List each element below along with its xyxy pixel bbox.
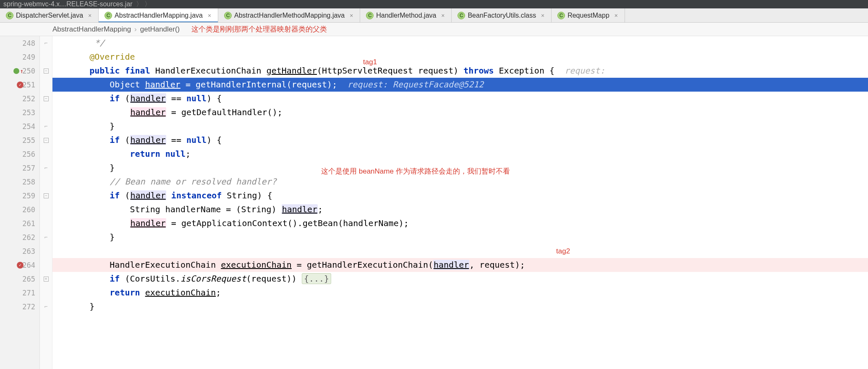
gutter-row[interactable]: 262 xyxy=(0,230,39,244)
project-breadcrumb: spring-webmvc-4.x…RELEASE-sources.jar 〉 … xyxy=(0,0,868,8)
code-line[interactable]: if (CorsUtils.isCorsRequest(request)) {.… xyxy=(52,272,868,286)
override-icon[interactable] xyxy=(13,68,19,74)
tab-label: AbstractHandlerMethodMapping.java xyxy=(234,12,345,19)
line-number: 262 xyxy=(21,233,35,242)
gutter-row[interactable]: 254 xyxy=(0,119,39,133)
line-gutter: 248249250↑251252253254255256257258259260… xyxy=(0,36,40,369)
jar-crumb[interactable]: spring-webmvc-4.x…RELEASE-sources.jar xyxy=(3,0,133,8)
gutter-row[interactable]: 265 xyxy=(0,272,39,286)
fold-minus-icon[interactable]: − xyxy=(44,96,49,101)
editor-tab[interactable]: CAbstractHandlerMethodMapping.java× xyxy=(218,8,360,22)
breadcrumb-class[interactable]: AbstractHandlerMapping xyxy=(52,25,131,34)
code-area[interactable]: tag1 这个是使用 beanName 作为请求路径会走的，我们暂时不看 tag… xyxy=(52,36,868,369)
breakpoint-icon[interactable] xyxy=(17,262,24,269)
code-line[interactable] xyxy=(52,244,868,258)
line-number: 255 xyxy=(21,136,35,145)
line-number: 259 xyxy=(21,192,35,200)
code-line[interactable]: } xyxy=(52,300,868,314)
code-line[interactable]: if (handler == null) { xyxy=(52,92,868,105)
line-number: 258 xyxy=(21,178,35,186)
fold-handle[interactable]: − xyxy=(40,64,52,78)
code-line[interactable]: } xyxy=(52,161,868,175)
fold-minus-icon[interactable]: − xyxy=(44,138,49,143)
gutter-row[interactable]: 251 xyxy=(0,78,39,92)
gutter-row[interactable]: 260 xyxy=(0,203,39,216)
gutter-row[interactable]: 250↑ xyxy=(0,64,39,78)
editor-tab[interactable]: CRequestMapp× xyxy=(552,8,625,22)
code-editor[interactable]: 248249250↑251252253254255256257258259260… xyxy=(0,36,868,369)
line-number: 252 xyxy=(21,95,35,103)
code-line[interactable]: if (handler == null) { xyxy=(52,133,868,147)
gutter-row[interactable]: 257 xyxy=(0,161,39,175)
gutter-row[interactable]: 271 xyxy=(0,286,39,300)
fold-handle[interactable]: − xyxy=(40,133,52,147)
close-icon[interactable]: × xyxy=(540,13,545,18)
fold-minus-icon[interactable]: − xyxy=(44,193,49,198)
editor-tab[interactable]: CDispatcherServlet.java× xyxy=(0,8,99,22)
editor-tabs: CDispatcherServlet.java×CAbstractHandler… xyxy=(0,8,868,23)
class-icon: C xyxy=(224,12,232,19)
gutter-row[interactable]: 256 xyxy=(0,147,39,161)
close-icon[interactable]: × xyxy=(614,13,619,18)
gutter-row[interactable]: 252 xyxy=(0,92,39,105)
code-line[interactable]: Object handler = getHandlerInternal(requ… xyxy=(52,78,868,92)
breadcrumb-method[interactable]: getHandler() xyxy=(140,25,180,34)
class-icon: C xyxy=(458,12,465,19)
gutter-row[interactable]: 249 xyxy=(0,50,39,64)
code-line[interactable]: handler = getApplicationContext().getBea… xyxy=(52,216,868,230)
code-line[interactable]: handler = getDefaultHandler(); xyxy=(52,105,868,119)
code-line[interactable]: if (handler instanceof String) { xyxy=(52,189,868,203)
fold-handle[interactable]: ⌐ xyxy=(40,230,52,244)
fold-handle[interactable]: ⌐ xyxy=(40,300,52,314)
class-icon: C xyxy=(105,12,112,19)
line-number: 253 xyxy=(21,108,35,117)
gutter-row[interactable]: 263 xyxy=(0,244,39,258)
breakpoint-icon[interactable] xyxy=(17,82,24,88)
code-line[interactable]: String handlerName = (String) handler; xyxy=(52,203,868,216)
gutter-row[interactable]: 258 xyxy=(0,175,39,189)
tab-label: HandlerMethod.java xyxy=(376,12,436,19)
fold-handle xyxy=(40,78,52,92)
close-icon[interactable]: × xyxy=(87,13,92,18)
editor-tab[interactable]: CHandlerMethod.java× xyxy=(360,8,452,22)
gutter-row[interactable]: 259 xyxy=(0,189,39,203)
gutter-row[interactable]: 264 xyxy=(0,258,39,272)
close-icon[interactable]: × xyxy=(207,13,212,18)
fold-handle xyxy=(40,244,52,258)
class-icon: C xyxy=(366,12,374,19)
structure-breadcrumb: AbstractHandlerMapping › getHandler() 这个… xyxy=(0,23,868,36)
fold-handle[interactable]: ⌐ xyxy=(40,36,52,50)
code-line[interactable]: return executionChain; xyxy=(52,286,868,300)
code-line[interactable]: } xyxy=(52,230,868,244)
code-line[interactable]: } xyxy=(52,119,868,133)
fold-handle xyxy=(40,286,52,300)
editor-tab[interactable]: CBeanFactoryUtils.class× xyxy=(452,8,552,22)
close-icon[interactable]: × xyxy=(349,13,354,18)
gutter-row[interactable]: 255 xyxy=(0,133,39,147)
code-line[interactable]: @Override xyxy=(52,50,868,64)
editor-tab[interactable]: CAbstractHandlerMapping.java× xyxy=(99,8,218,22)
fold-handle[interactable]: + xyxy=(40,272,52,286)
fold-handle[interactable]: ⌐ xyxy=(40,119,52,133)
fold-handle[interactable]: ⌐ xyxy=(40,161,52,175)
fold-handle[interactable]: − xyxy=(40,189,52,203)
fold-handle xyxy=(40,216,52,230)
code-line[interactable]: public final HandlerExecutionChain getHa… xyxy=(52,64,868,78)
gutter-row[interactable]: 261 xyxy=(0,216,39,230)
up-arrow-icon: ↑ xyxy=(20,68,24,74)
line-number: 249 xyxy=(21,53,35,61)
code-line[interactable]: return null; xyxy=(52,147,868,161)
fold-plus-icon[interactable]: + xyxy=(44,277,49,282)
code-line[interactable]: HandlerExecutionChain executionChain = g… xyxy=(52,258,868,272)
gutter-row[interactable]: 253 xyxy=(0,105,39,119)
code-line[interactable]: */ xyxy=(52,36,868,50)
fold-handle[interactable]: − xyxy=(40,92,52,105)
fold-handle xyxy=(40,203,52,216)
gutter-row[interactable]: 272 xyxy=(0,300,39,314)
fold-handle xyxy=(40,258,52,272)
code-line[interactable]: // Bean name or resolved handler? xyxy=(52,175,868,189)
fold-minus-icon[interactable]: − xyxy=(44,69,49,74)
tab-label: DispatcherServlet.java xyxy=(16,12,83,19)
gutter-row[interactable]: 248 xyxy=(0,36,39,50)
close-icon[interactable]: × xyxy=(440,13,445,18)
